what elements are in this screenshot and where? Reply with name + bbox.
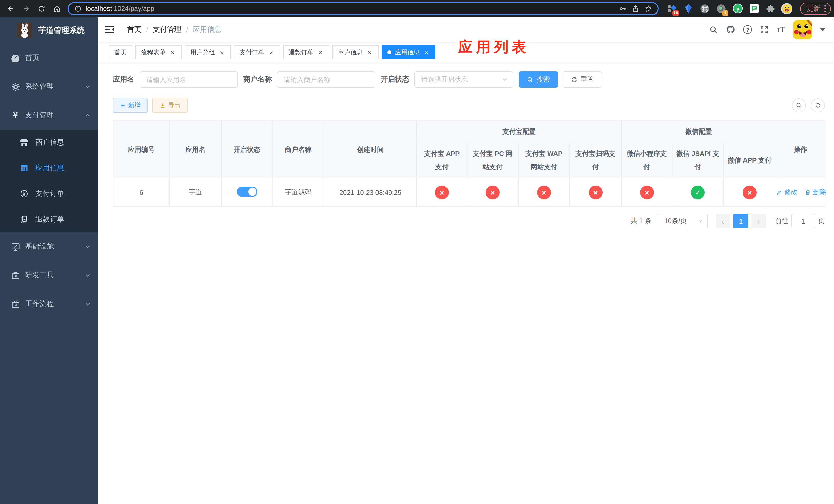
page-size-value: 10条/页 — [664, 216, 687, 226]
extension-blue-diamond-icon[interactable]: 10 — [664, 1, 680, 16]
add-button[interactable]: 新增 — [113, 98, 148, 113]
extension-y-icon[interactable]: y — [729, 1, 746, 16]
wx-app-status-badge — [743, 185, 756, 199]
browser-forward-icon[interactable] — [19, 1, 34, 16]
chevron-down-icon — [502, 76, 508, 83]
sidebar: 芋道管理系统 首页 系统管理 ¥ 支付管理 — [0, 17, 98, 504]
user-avatar[interactable] — [793, 20, 812, 39]
cell-merchant: 芋道源码 — [272, 178, 324, 206]
cell-app-id: 6 — [113, 178, 170, 206]
site-info-icon[interactable] — [74, 5, 82, 12]
breadcrumb-home[interactable]: 首页 — [127, 25, 141, 34]
url-text: localhost:1024/pay/app — [86, 5, 619, 12]
refresh-table-button[interactable] — [811, 98, 825, 112]
tag-close-icon[interactable]: × — [219, 49, 225, 55]
sidebar-item-pay-orders[interactable]: 支付订单 — [0, 181, 98, 207]
refund-doc-icon — [20, 215, 29, 224]
wx-jsapi-status-badge — [691, 185, 705, 199]
chevron-up-icon — [85, 112, 91, 118]
url-host: localhost — [86, 5, 112, 12]
extension-command-icon[interactable] — [697, 1, 713, 16]
sidebar-item-label: 系统管理 — [25, 82, 54, 91]
tag-app-info[interactable]: 应用信息× — [381, 45, 436, 60]
extensions-puzzle-icon[interactable] — [762, 1, 778, 16]
sidebar-item-system[interactable]: 系统管理 — [0, 72, 98, 101]
tag-user-group[interactable]: 用户分组× — [185, 45, 231, 60]
tag-close-icon[interactable]: × — [317, 49, 324, 55]
tag-merchant-info[interactable]: 商户信息× — [332, 45, 378, 60]
sidebar-item-dev-tools[interactable]: 研发工具 — [0, 261, 98, 290]
goto-label: 前往 — [775, 216, 788, 226]
tag-close-icon[interactable]: × — [366, 49, 373, 55]
status-select[interactable]: 请选择开启状态 — [414, 71, 513, 88]
app-title: 芋道管理系统 — [39, 25, 85, 35]
table-toolbar: 新增 导出 — [113, 98, 825, 113]
tag-home[interactable]: 首页 — [109, 45, 132, 60]
sidebar-item-home[interactable]: 首页 — [0, 44, 98, 72]
search-button[interactable]: 搜索 — [519, 71, 558, 88]
tag-close-icon[interactable]: × — [169, 49, 176, 55]
search-icon[interactable] — [709, 25, 718, 34]
tag-refund-orders[interactable]: 退款订单× — [283, 45, 329, 60]
status-toggle[interactable] — [237, 186, 257, 197]
col-header-wx-jsapi: 微信 JSAPI 支付 — [672, 143, 723, 178]
extension-lens-icon[interactable]: 1 — [713, 1, 729, 16]
toolbox-icon — [9, 271, 22, 280]
tag-pay-orders[interactable]: 支付订单× — [234, 45, 280, 60]
search-button-label: 搜索 — [536, 75, 550, 84]
sidebar-item-app-info[interactable]: 应用信息 — [0, 155, 98, 181]
tag-label: 退款订单 — [289, 48, 313, 56]
col-header-actions: 操作 — [776, 121, 825, 178]
tag-label: 流程表单 — [141, 48, 166, 56]
page-number-button[interactable]: 1 — [733, 214, 748, 228]
github-icon[interactable] — [726, 25, 736, 35]
browser-profile-avatar[interactable] — [778, 1, 795, 16]
reset-button[interactable]: 重置 — [563, 71, 602, 88]
prev-page-button[interactable]: ‹ — [716, 214, 730, 228]
sidebar-item-workflow[interactable]: 工作流程 — [0, 290, 98, 318]
tag-close-icon[interactable]: × — [268, 49, 275, 55]
dashboard-icon — [9, 53, 22, 63]
address-bar[interactable]: localhost:1024/pay/app — [68, 2, 659, 15]
sidebar-item-label: 基础设施 — [25, 242, 54, 251]
merchant-name-input[interactable] — [277, 71, 375, 88]
wx-mini-status-badge — [640, 185, 654, 199]
browser-reload-icon[interactable] — [34, 1, 49, 16]
extension-chat-icon[interactable] — [746, 1, 762, 16]
sidebar-item-merchant-info[interactable]: 商户信息 — [0, 130, 98, 155]
delete-link[interactable]: 删除 — [805, 188, 826, 197]
goto-page-input[interactable] — [791, 214, 815, 228]
browser-update-button[interactable]: 更新 — [800, 2, 831, 15]
browser-menu-icon[interactable] — [824, 5, 826, 12]
extension-badge: 10 — [673, 10, 679, 16]
share-icon[interactable] — [631, 4, 640, 13]
tag-label: 商户信息 — [338, 48, 363, 56]
merchant-name-label: 商户名称 — [243, 75, 272, 84]
browser-back-icon[interactable] — [3, 1, 19, 16]
search-icon — [795, 102, 802, 109]
yen-icon: ¥ — [9, 111, 22, 120]
extension-balloon-icon[interactable] — [680, 1, 697, 16]
fullscreen-icon[interactable] — [760, 25, 769, 34]
alipay-pc-status-badge — [486, 185, 500, 199]
goto-unit-label: 页 — [818, 216, 825, 226]
export-button[interactable]: 导出 — [152, 98, 188, 113]
page-size-select[interactable]: 10条/页 — [657, 214, 708, 228]
sidebar-item-refund-orders[interactable]: 退款订单 — [0, 207, 98, 232]
sidebar-item-infrastructure[interactable]: 基础设施 — [0, 232, 98, 261]
app-name-input[interactable] — [139, 71, 238, 88]
font-size-icon[interactable]: TT — [777, 25, 785, 34]
breadcrumb-payment[interactable]: 支付管理 — [153, 25, 181, 34]
avatar-caret-icon[interactable] — [820, 28, 825, 31]
tag-process-form[interactable]: 流程表单× — [135, 45, 181, 60]
saved-password-key-icon[interactable] — [619, 4, 627, 13]
sidebar-collapse-icon[interactable] — [105, 25, 115, 34]
sidebar-item-payment[interactable]: ¥ 支付管理 — [0, 101, 98, 130]
tag-close-icon[interactable]: × — [423, 49, 430, 55]
bookmark-star-icon[interactable] — [644, 4, 653, 13]
toggle-search-button[interactable] — [792, 98, 806, 112]
edit-link[interactable]: 修改 — [776, 188, 797, 197]
next-page-button[interactable]: › — [751, 214, 766, 228]
browser-home-icon[interactable] — [49, 1, 65, 16]
help-icon[interactable]: ? — [744, 25, 752, 34]
